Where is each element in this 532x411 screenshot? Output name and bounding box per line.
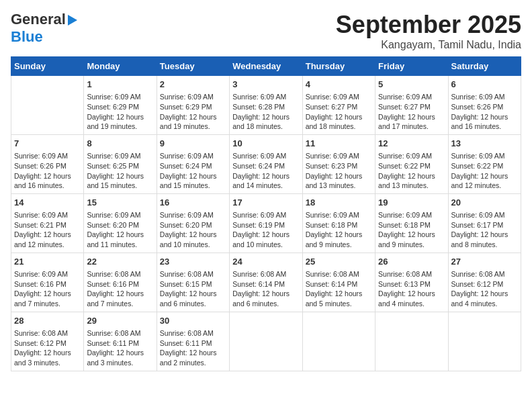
calendar-week-row: 21Sunrise: 6:09 AM Sunset: 6:16 PM Dayli… <box>11 253 521 312</box>
col-friday: Friday <box>375 57 448 76</box>
calendar-cell: 4Sunrise: 6:09 AM Sunset: 6:27 PM Daylig… <box>302 76 375 135</box>
day-info: Sunrise: 6:08 AM Sunset: 6:11 PM Dayligh… <box>160 328 226 368</box>
day-number: 25 <box>306 256 372 268</box>
calendar-cell: 22Sunrise: 6:08 AM Sunset: 6:16 PM Dayli… <box>84 253 157 312</box>
page-header: General Blue September 2025 Kangayam, Ta… <box>11 11 521 51</box>
day-info: Sunrise: 6:09 AM Sunset: 6:18 PM Dayligh… <box>306 210 372 250</box>
day-info: Sunrise: 6:09 AM Sunset: 6:25 PM Dayligh… <box>87 151 153 191</box>
col-saturday: Saturday <box>448 57 521 76</box>
calendar-cell <box>230 312 302 371</box>
calendar-cell: 23Sunrise: 6:08 AM Sunset: 6:15 PM Dayli… <box>157 253 229 312</box>
calendar-cell: 21Sunrise: 6:09 AM Sunset: 6:16 PM Dayli… <box>11 253 84 312</box>
day-info: Sunrise: 6:09 AM Sunset: 6:22 PM Dayligh… <box>451 151 518 191</box>
day-info: Sunrise: 6:08 AM Sunset: 6:13 PM Dayligh… <box>378 269 445 309</box>
day-info: Sunrise: 6:09 AM Sunset: 6:27 PM Dayligh… <box>378 92 445 132</box>
calendar-cell: 18Sunrise: 6:09 AM Sunset: 6:18 PM Dayli… <box>302 193 375 253</box>
calendar-cell: 15Sunrise: 6:09 AM Sunset: 6:20 PM Dayli… <box>84 193 157 253</box>
calendar-cell: 13Sunrise: 6:09 AM Sunset: 6:22 PM Dayli… <box>448 134 521 193</box>
calendar-cell <box>375 312 448 371</box>
day-number: 18 <box>306 197 372 209</box>
calendar-cell: 27Sunrise: 6:08 AM Sunset: 6:12 PM Dayli… <box>448 253 521 312</box>
calendar-cell: 30Sunrise: 6:08 AM Sunset: 6:11 PM Dayli… <box>157 312 229 371</box>
calendar-cell: 2Sunrise: 6:09 AM Sunset: 6:29 PM Daylig… <box>157 76 229 135</box>
day-info: Sunrise: 6:09 AM Sunset: 6:18 PM Dayligh… <box>378 210 445 250</box>
day-info: Sunrise: 6:08 AM Sunset: 6:14 PM Dayligh… <box>306 269 372 309</box>
calendar-week-row: 7Sunrise: 6:09 AM Sunset: 6:26 PM Daylig… <box>11 134 521 193</box>
calendar-week-row: 14Sunrise: 6:09 AM Sunset: 6:21 PM Dayli… <box>11 193 521 253</box>
day-number: 6 <box>451 79 518 91</box>
day-number: 8 <box>87 138 153 150</box>
col-wednesday: Wednesday <box>230 57 302 76</box>
calendar-cell: 12Sunrise: 6:09 AM Sunset: 6:22 PM Dayli… <box>375 134 448 193</box>
calendar-cell: 24Sunrise: 6:08 AM Sunset: 6:14 PM Dayli… <box>230 253 302 312</box>
day-info: Sunrise: 6:09 AM Sunset: 6:26 PM Dayligh… <box>14 151 81 191</box>
day-info: Sunrise: 6:09 AM Sunset: 6:24 PM Dayligh… <box>160 151 226 191</box>
calendar-table: Sunday Monday Tuesday Wednesday Thursday… <box>11 56 521 371</box>
logo-arrow-icon <box>68 15 77 26</box>
calendar-cell: 8Sunrise: 6:09 AM Sunset: 6:25 PM Daylig… <box>84 134 157 193</box>
calendar-body: 1Sunrise: 6:09 AM Sunset: 6:29 PM Daylig… <box>11 76 521 371</box>
col-thursday: Thursday <box>302 57 375 76</box>
col-sunday: Sunday <box>11 57 84 76</box>
day-number: 12 <box>378 138 445 150</box>
day-info: Sunrise: 6:09 AM Sunset: 6:17 PM Dayligh… <box>451 210 518 250</box>
day-info: Sunrise: 6:09 AM Sunset: 6:27 PM Dayligh… <box>306 92 372 132</box>
calendar-cell: 19Sunrise: 6:09 AM Sunset: 6:18 PM Dayli… <box>375 193 448 253</box>
day-info: Sunrise: 6:09 AM Sunset: 6:19 PM Dayligh… <box>232 210 299 250</box>
day-info: Sunrise: 6:09 AM Sunset: 6:23 PM Dayligh… <box>306 151 372 191</box>
calendar-cell <box>448 312 521 371</box>
day-info: Sunrise: 6:08 AM Sunset: 6:12 PM Dayligh… <box>14 328 81 368</box>
day-info: Sunrise: 6:09 AM Sunset: 6:22 PM Dayligh… <box>378 151 445 191</box>
day-info: Sunrise: 6:09 AM Sunset: 6:26 PM Dayligh… <box>451 92 518 132</box>
title-block: September 2025 Kangayam, Tamil Nadu, Ind… <box>336 11 521 51</box>
calendar-cell: 25Sunrise: 6:08 AM Sunset: 6:14 PM Dayli… <box>302 253 375 312</box>
calendar-cell: 5Sunrise: 6:09 AM Sunset: 6:27 PM Daylig… <box>375 76 448 135</box>
calendar-cell: 6Sunrise: 6:09 AM Sunset: 6:26 PM Daylig… <box>448 76 521 135</box>
day-number: 5 <box>378 79 445 91</box>
day-info: Sunrise: 6:09 AM Sunset: 6:28 PM Dayligh… <box>232 92 299 132</box>
day-info: Sunrise: 6:08 AM Sunset: 6:11 PM Dayligh… <box>87 328 153 368</box>
day-number: 23 <box>160 256 226 268</box>
calendar-cell: 17Sunrise: 6:09 AM Sunset: 6:19 PM Dayli… <box>230 193 302 253</box>
day-number: 13 <box>451 138 518 150</box>
col-tuesday: Tuesday <box>157 57 229 76</box>
day-info: Sunrise: 6:09 AM Sunset: 6:24 PM Dayligh… <box>232 151 299 191</box>
calendar-cell: 20Sunrise: 6:09 AM Sunset: 6:17 PM Dayli… <box>448 193 521 253</box>
calendar-cell <box>11 76 84 135</box>
calendar-week-row: 1Sunrise: 6:09 AM Sunset: 6:29 PM Daylig… <box>11 76 521 135</box>
calendar-week-row: 28Sunrise: 6:08 AM Sunset: 6:12 PM Dayli… <box>11 312 521 371</box>
day-number: 11 <box>306 138 372 150</box>
calendar-header-row: Sunday Monday Tuesday Wednesday Thursday… <box>11 57 521 76</box>
day-number: 21 <box>14 256 81 268</box>
day-number: 4 <box>306 79 372 91</box>
day-number: 22 <box>87 256 153 268</box>
day-info: Sunrise: 6:09 AM Sunset: 6:20 PM Dayligh… <box>87 210 153 250</box>
day-number: 28 <box>14 315 81 327</box>
day-number: 1 <box>87 79 153 91</box>
calendar-cell: 14Sunrise: 6:09 AM Sunset: 6:21 PM Dayli… <box>11 193 84 253</box>
day-number: 10 <box>232 138 299 150</box>
day-number: 17 <box>232 197 299 209</box>
logo-text: General <box>11 11 66 28</box>
day-number: 15 <box>87 197 153 209</box>
day-info: Sunrise: 6:09 AM Sunset: 6:16 PM Dayligh… <box>14 269 81 309</box>
day-info: Sunrise: 6:08 AM Sunset: 6:14 PM Dayligh… <box>232 269 299 309</box>
calendar-cell: 16Sunrise: 6:09 AM Sunset: 6:20 PM Dayli… <box>157 193 229 253</box>
day-number: 9 <box>160 138 226 150</box>
day-number: 16 <box>160 197 226 209</box>
day-number: 26 <box>378 256 445 268</box>
day-info: Sunrise: 6:09 AM Sunset: 6:29 PM Dayligh… <box>87 92 153 132</box>
calendar-cell: 7Sunrise: 6:09 AM Sunset: 6:26 PM Daylig… <box>11 134 84 193</box>
calendar-cell: 29Sunrise: 6:08 AM Sunset: 6:11 PM Dayli… <box>84 312 157 371</box>
day-number: 30 <box>160 315 226 327</box>
calendar-cell: 28Sunrise: 6:08 AM Sunset: 6:12 PM Dayli… <box>11 312 84 371</box>
day-number: 7 <box>14 138 81 150</box>
day-info: Sunrise: 6:09 AM Sunset: 6:21 PM Dayligh… <box>14 210 81 250</box>
day-number: 2 <box>160 79 226 91</box>
calendar-cell: 11Sunrise: 6:09 AM Sunset: 6:23 PM Dayli… <box>302 134 375 193</box>
col-monday: Monday <box>84 57 157 76</box>
day-number: 19 <box>378 197 445 209</box>
logo-blue-text: Blue <box>11 28 43 45</box>
month-title: September 2025 <box>336 11 521 39</box>
day-number: 29 <box>87 315 153 327</box>
